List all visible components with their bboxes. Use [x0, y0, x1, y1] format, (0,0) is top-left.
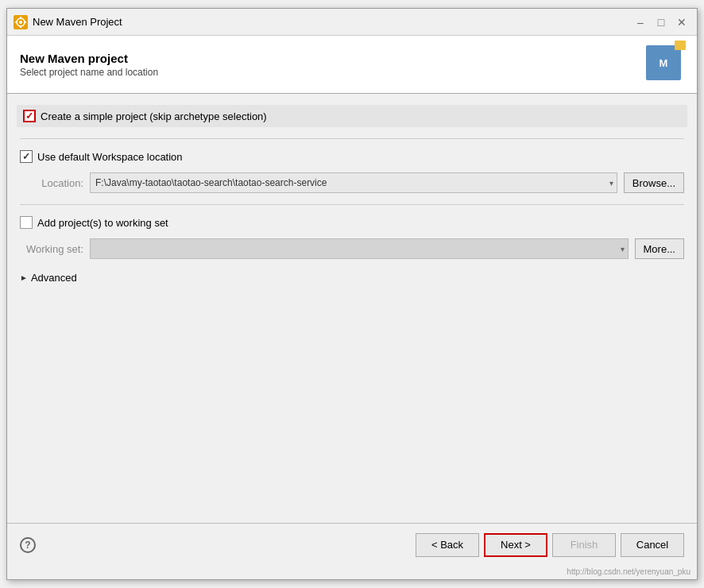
finish-button[interactable]: Finish: [552, 533, 616, 557]
title-bar: New Maven Project – □ ✕: [7, 9, 697, 36]
maven-letter: M: [660, 57, 668, 69]
location-row: Location: ▾ Browse...: [20, 172, 684, 193]
svg-rect-3: [20, 25, 21, 28]
working-set-dropdown-arrow: ▾: [617, 245, 628, 253]
title-bar-left: New Maven Project: [14, 15, 122, 29]
simple-project-row: Create a simple project (skip archetype …: [17, 105, 687, 127]
default-workspace-checkbox[interactable]: [20, 150, 33, 163]
advanced-arrow-icon: ►: [20, 273, 28, 282]
svg-rect-4: [15, 21, 17, 23]
location-input-container: ▾: [90, 172, 617, 193]
help-icon[interactable]: ?: [20, 537, 36, 553]
content-area: Create a simple project (skip archetype …: [7, 94, 697, 523]
advanced-label: Advanced: [31, 272, 77, 284]
svg-rect-2: [20, 17, 21, 19]
location-label: Location:: [20, 177, 83, 189]
maximize-button[interactable]: □: [652, 14, 670, 31]
title-bar-controls: – □ ✕: [632, 14, 690, 31]
simple-project-checkbox[interactable]: [23, 110, 36, 122]
app-icon: [14, 15, 28, 29]
maven-icon-inner: M: [646, 45, 681, 80]
working-set-checkbox[interactable]: [20, 216, 33, 229]
footer-left: ?: [20, 537, 36, 553]
close-button[interactable]: ✕: [673, 14, 690, 31]
section-divider-1: [20, 138, 684, 139]
back-button[interactable]: < Back: [416, 533, 479, 557]
location-dropdown-arrow[interactable]: ▾: [606, 179, 617, 188]
svg-rect-5: [24, 21, 26, 23]
advanced-row[interactable]: ► Advanced: [20, 269, 684, 284]
default-workspace-row: Use default Workspace location: [20, 150, 684, 163]
next-button[interactable]: Next >: [484, 533, 547, 557]
more-button[interactable]: More...: [635, 238, 684, 259]
working-set-checkbox-row: Add project(s) to working set: [20, 216, 684, 229]
maven-icon: M: [646, 45, 684, 83]
working-set-label: Add project(s) to working set: [37, 217, 168, 229]
header-section: New Maven project Select project name an…: [7, 36, 697, 94]
header-title: New Maven project: [20, 52, 158, 65]
working-set-field-label: Working set:: [20, 243, 83, 255]
cancel-button[interactable]: Cancel: [621, 533, 684, 557]
minimize-button[interactable]: –: [632, 14, 649, 31]
header-subtitle: Select project name and location: [20, 67, 158, 78]
simple-project-label: Create a simple project (skip archetype …: [41, 110, 267, 122]
window-title: New Maven Project: [33, 16, 122, 28]
header-text: New Maven project Select project name an…: [20, 52, 158, 78]
browse-button[interactable]: Browse...: [624, 172, 684, 193]
main-window: New Maven Project – □ ✕ New Maven projec…: [6, 8, 698, 580]
section-divider-2: [20, 204, 684, 205]
footer: ? < Back Next > Finish Cancel: [7, 523, 697, 566]
working-set-input-container: ▾: [90, 238, 629, 259]
svg-point-1: [19, 21, 22, 24]
watermark: http://blog.csdn.net/yerenyuan_pku: [7, 566, 697, 579]
location-input[interactable]: [91, 176, 606, 190]
working-set-input: [91, 242, 617, 256]
default-workspace-label: Use default Workspace location: [37, 151, 183, 163]
footer-buttons: < Back Next > Finish Cancel: [416, 533, 684, 557]
working-set-row: Working set: ▾ More...: [20, 238, 684, 259]
